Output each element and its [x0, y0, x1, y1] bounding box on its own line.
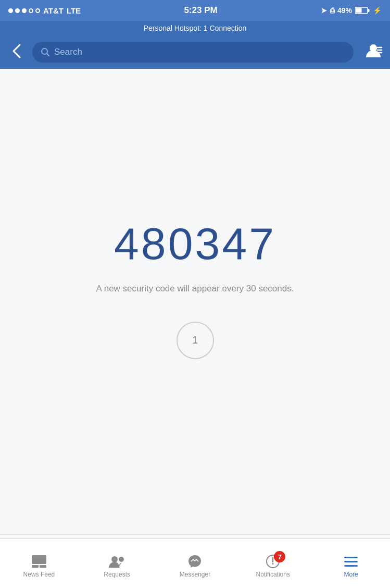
more-label: More	[344, 571, 358, 578]
location-icon: ➤	[321, 6, 327, 15]
status-right: ➤ ⎙ 49% ⚡	[321, 6, 382, 15]
tab-news-feed[interactable]: News Feed	[0, 549, 78, 578]
timer-circle: 1	[177, 322, 214, 359]
bluetooth-icon: ⎙	[330, 6, 334, 15]
messenger-label: Messenger	[180, 571, 210, 578]
tab-more[interactable]: More	[312, 549, 390, 578]
search-icon	[41, 47, 50, 57]
profile-icon[interactable]	[364, 43, 383, 61]
svg-point-12	[111, 556, 118, 562]
news-feed-icon	[31, 554, 47, 569]
dot-3	[22, 8, 27, 13]
nav-bar: Search	[0, 35, 390, 69]
more-icon	[343, 554, 359, 569]
main-content: 480347 A new security code will appear e…	[0, 69, 390, 534]
hamburger-line-3	[344, 565, 358, 567]
hotspot-bar: Personal Hotspot: 1 Connection	[0, 21, 390, 35]
hamburger-line-2	[344, 561, 358, 562]
battery-level: 49%	[337, 6, 352, 15]
messenger-icon	[186, 554, 203, 569]
svg-rect-2	[356, 8, 361, 13]
status-bar: AT&T LTE 5:23 PM ➤ ⎙ 49% ⚡	[0, 0, 390, 21]
hamburger-line-1	[344, 557, 358, 558]
svg-rect-9	[32, 555, 46, 564]
hotspot-text: Personal Hotspot: 1 Connection	[144, 24, 247, 32]
tab-bar: News Feed Requests Messenger 7	[0, 538, 390, 588]
svg-line-4	[47, 54, 49, 56]
timer-value: 1	[192, 334, 198, 346]
svg-rect-1	[368, 9, 369, 12]
battery-icon	[355, 7, 370, 14]
tab-requests[interactable]: Requests	[78, 549, 156, 578]
security-code: 480347	[114, 218, 276, 270]
signal-dots	[8, 8, 40, 13]
dot-2	[15, 8, 20, 13]
dot-4	[29, 8, 33, 13]
carrier-label: AT&T	[43, 6, 64, 15]
svg-rect-10	[32, 565, 39, 568]
news-feed-label: News Feed	[23, 571, 55, 578]
notifications-badge: 7	[274, 551, 285, 562]
dot-1	[8, 8, 13, 13]
back-button[interactable]	[7, 41, 26, 64]
requests-label: Requests	[104, 571, 130, 578]
code-description: A new security code will appear every 30…	[96, 282, 294, 296]
notifications-label: Notifications	[256, 571, 290, 578]
lightning-icon: ⚡	[373, 6, 382, 15]
svg-rect-11	[40, 565, 46, 568]
tab-messenger[interactable]: Messenger	[156, 549, 234, 578]
network-label: LTE	[67, 6, 81, 15]
svg-point-16	[272, 563, 274, 565]
search-placeholder: Search	[54, 47, 82, 57]
dot-5	[35, 8, 40, 13]
requests-icon	[109, 554, 125, 569]
notifications-icon: 7	[265, 554, 281, 569]
search-box[interactable]: Search	[32, 42, 354, 63]
hamburger-icon	[344, 557, 358, 567]
time-display: 5:23 PM	[184, 5, 217, 16]
status-left: AT&T LTE	[8, 6, 81, 15]
svg-point-13	[119, 557, 124, 562]
tab-notifications[interactable]: 7 Notifications	[234, 549, 312, 578]
